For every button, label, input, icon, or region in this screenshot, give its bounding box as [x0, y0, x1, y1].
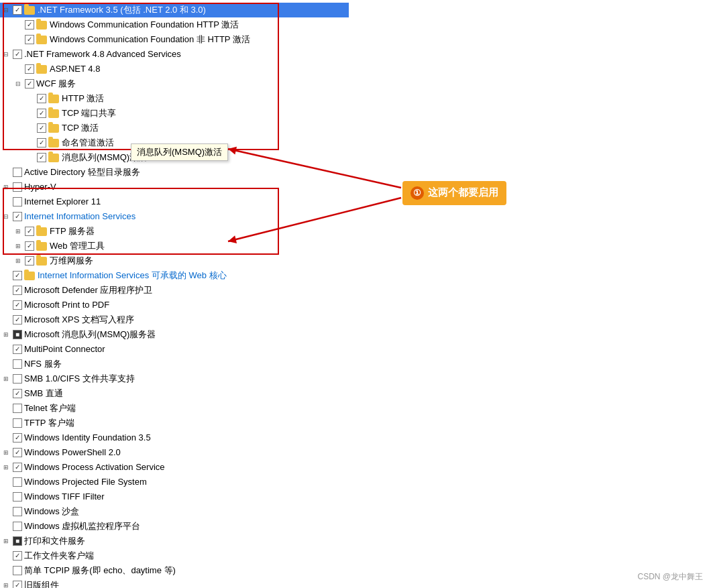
checkbox[interactable] [13, 197, 22, 207]
expander[interactable]: ⊞ [1, 182, 11, 192]
expander[interactable] [1, 433, 11, 443]
expander[interactable] [13, 20, 23, 30]
tree-row[interactable]: 简单 TCPIP 服务(即 echo、daytime 等) [0, 563, 349, 578]
tree-row[interactable]: ⊟✓Internet Information Services [0, 209, 349, 224]
tree-row[interactable]: Telnet 客户端 [0, 401, 349, 416]
expander[interactable] [1, 359, 11, 369]
tree-row[interactable]: ✓Windows Communication Foundation 非 HTTP… [0, 32, 349, 47]
checkbox[interactable] [13, 492, 22, 502]
expander[interactable]: ⊞ [1, 330, 11, 339]
checkbox[interactable]: ✓ [25, 79, 34, 89]
tree-row[interactable]: Windows 虚拟机监控程序平台 [0, 519, 349, 534]
expander[interactable] [1, 168, 11, 177]
checkbox[interactable]: ✓ [37, 109, 46, 118]
checkbox[interactable]: ✓ [25, 20, 34, 30]
tree-row[interactable]: ✓Microsoft Print to PDF [0, 298, 349, 312]
tree-row[interactable]: ⊞✓Windows PowerShell 2.0 [0, 445, 349, 460]
expander[interactable]: ⊞ [13, 256, 23, 266]
expander[interactable]: ⊞ [1, 448, 11, 457]
expander[interactable] [1, 418, 11, 428]
tree-row[interactable]: ✓SMB 直通 [0, 386, 349, 401]
tree-row[interactable]: ✓Windows Communication Foundation HTTP 激… [0, 17, 349, 32]
tree-row[interactable]: Windows 沙盒 [0, 504, 349, 519]
expander[interactable] [1, 345, 11, 354]
expander[interactable] [13, 35, 23, 44]
expander[interactable] [1, 197, 11, 207]
expander[interactable] [1, 522, 11, 531]
expander[interactable]: ⊟ [1, 50, 11, 59]
tree-row[interactable]: Windows Projected File System [0, 475, 349, 489]
tree-row[interactable]: ✓MultiPoint Connector [0, 342, 349, 357]
checkbox[interactable]: ✓ [13, 389, 22, 398]
checkbox[interactable]: ✓ [13, 271, 22, 280]
tree-row[interactable]: ✓Microsoft XPS 文档写入程序 [0, 312, 349, 327]
checkbox[interactable]: ✓ [13, 581, 22, 588]
tree-row[interactable]: ⊞■打印和文件服务 [0, 534, 349, 548]
tree-row[interactable]: ⊟✓.NET Framework 4.8 Advanced Services [0, 47, 349, 62]
checkbox[interactable]: ✓ [13, 315, 22, 325]
checkbox[interactable]: ✓ [13, 300, 22, 310]
expander[interactable]: ⊞ [1, 536, 11, 546]
tree-row[interactable]: ✓工作文件夹客户端 [0, 548, 349, 563]
expander[interactable] [25, 153, 35, 162]
expander[interactable]: ⊞ [1, 374, 11, 384]
expander[interactable] [1, 271, 11, 280]
checkbox[interactable] [13, 404, 22, 413]
tree-row[interactable]: ✓TCP 激活 [0, 121, 349, 135]
expander[interactable] [1, 507, 11, 516]
tree-row[interactable]: ⊟✓.NET Framework 3.5 (包括 .NET 2.0 和 3.0) [0, 3, 349, 17]
expander[interactable] [1, 315, 11, 325]
tree-row[interactable]: ✓Microsoft Defender 应用程序护卫 [0, 283, 349, 298]
expander[interactable] [25, 138, 35, 148]
checkbox[interactable]: ✓ [37, 153, 46, 162]
expander[interactable]: ⊟ [1, 212, 11, 221]
checkbox[interactable]: ✓ [13, 212, 22, 221]
tree-row[interactable]: ⊞✓Web 管理工具 [0, 239, 349, 253]
expander[interactable] [1, 286, 11, 295]
checkbox[interactable] [13, 374, 22, 384]
expander[interactable] [1, 300, 11, 310]
tree-row[interactable]: ⊞✓旧版组件 [0, 578, 349, 588]
checkbox[interactable] [13, 182, 22, 192]
checkbox[interactable] [13, 168, 22, 177]
checkbox[interactable]: ✓ [25, 64, 34, 74]
checkbox[interactable]: ✓ [13, 551, 22, 561]
expander[interactable] [13, 64, 23, 74]
checkbox[interactable]: ✓ [25, 256, 34, 266]
checkbox[interactable] [13, 507, 22, 516]
tree-row[interactable]: ⊞SMB 1.0/CIFS 文件共享支持 [0, 371, 349, 386]
checkbox[interactable] [13, 477, 22, 487]
checkbox[interactable]: ✓ [25, 241, 34, 251]
tree-row[interactable]: TFTP 客户端 [0, 416, 349, 430]
tree-row[interactable]: ⊞✓FTP 服务器 [0, 224, 349, 239]
tree-row[interactable]: ⊞✓万维网服务 [0, 253, 349, 268]
checkbox[interactable] [13, 522, 22, 531]
expander[interactable]: ⊟ [1, 5, 11, 15]
checkbox[interactable]: ■ [13, 330, 22, 339]
expander[interactable] [25, 109, 35, 118]
tree-row[interactable]: Windows TIFF IFilter [0, 489, 349, 504]
expander[interactable] [25, 94, 35, 103]
checkbox[interactable]: ✓ [37, 138, 46, 148]
checkbox[interactable] [13, 418, 22, 428]
checkbox[interactable] [13, 566, 22, 575]
tree-row[interactable]: ✓Windows Identity Foundation 3.5 [0, 430, 349, 445]
tree-row[interactable]: ✓TCP 端口共享 [0, 106, 349, 121]
expander[interactable]: ⊞ [1, 463, 11, 472]
checkbox[interactable]: ✓ [13, 448, 22, 457]
expander[interactable] [1, 389, 11, 398]
checkbox[interactable]: ✓ [13, 433, 22, 443]
expander[interactable]: ⊞ [1, 581, 11, 588]
tree-row[interactable]: ✓Internet Information Services 可承载的 Web … [0, 268, 349, 283]
expander[interactable]: ⊞ [13, 227, 23, 236]
expander[interactable] [1, 566, 11, 575]
checkbox[interactable]: ✓ [37, 94, 46, 103]
expander[interactable] [1, 492, 11, 502]
tree-row[interactable]: Internet Explorer 11 [0, 194, 349, 209]
tree-row[interactable]: ✓HTTP 激活 [0, 91, 349, 106]
checkbox[interactable]: ✓ [13, 50, 22, 59]
checkbox[interactable]: ✓ [13, 286, 22, 295]
tree-row[interactable]: ⊟✓WCF 服务 [0, 76, 349, 91]
expander[interactable] [25, 123, 35, 133]
expander[interactable] [1, 404, 11, 413]
